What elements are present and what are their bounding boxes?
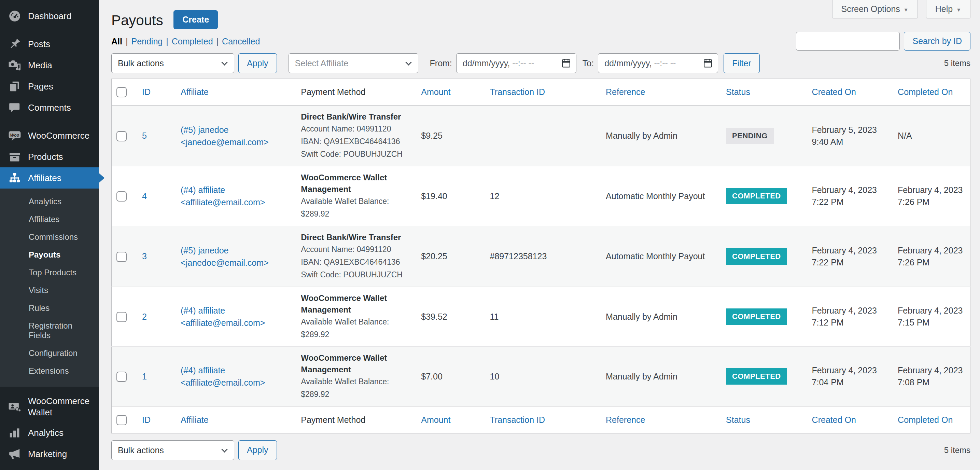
payout-id-link[interactable]: 3 (142, 252, 147, 261)
create-button[interactable]: Create (173, 10, 218, 29)
megaphone-icon (8, 448, 21, 460)
sidebar-item-pages[interactable]: Pages (0, 76, 99, 97)
view-cancelled[interactable]: Cancelled (222, 37, 260, 46)
row-checkbox[interactable] (116, 191, 127, 202)
help-toggle[interactable]: Help▼ (926, 0, 970, 18)
sort-id[interactable]: ID (142, 87, 151, 97)
payouts-table: ID Affiliate Payment Method Amount Trans… (111, 78, 970, 433)
sidebar-item-analytics[interactable]: Analytics (0, 422, 99, 443)
sort-completed-on[interactable]: Completed On (898, 415, 953, 425)
screen-options-toggle[interactable]: Screen Options▼ (832, 0, 918, 18)
affiliate-link[interactable]: (#4) affiliate<affiliate@email.com> (181, 364, 291, 389)
pushpin-icon (8, 38, 21, 51)
calendar-icon[interactable] (562, 58, 571, 68)
reference-cell: Manually by Admin (601, 287, 721, 347)
sort-transaction-id[interactable]: Transaction ID (490, 415, 545, 425)
view-pending[interactable]: Pending (131, 37, 162, 46)
affiliates-submenu: Analytics Affiliates Commissions Payouts… (0, 188, 99, 387)
items-count: 5 items (944, 58, 970, 68)
created-on-cell: February 5, 20239:40 AM (807, 105, 893, 166)
sidebar-item-comments[interactable]: Comments (0, 97, 99, 118)
completed-on-cell: February 4, 20237:15 PM (893, 287, 970, 347)
woocommerce-icon: Woo (8, 129, 21, 142)
sidebar-item-media[interactable]: Media (0, 55, 99, 76)
submenu-commissions[interactable]: Commissions (0, 228, 99, 246)
transaction-id-cell: 11 (485, 287, 601, 347)
submenu-registration-fields[interactable]: Registration Fields (0, 317, 99, 344)
submenu-configuration[interactable]: Configuration (0, 344, 99, 362)
submenu-extensions[interactable]: Extensions (0, 362, 99, 380)
view-all[interactable]: All (111, 37, 122, 46)
sort-status[interactable]: Status (726, 87, 750, 97)
network-icon (8, 172, 21, 185)
amount-cell: $7.00 (416, 347, 485, 406)
search-input[interactable] (796, 32, 900, 51)
transaction-id-cell: 12 (485, 166, 601, 226)
view-completed[interactable]: Completed (172, 37, 213, 46)
select-all-checkbox[interactable] (116, 415, 127, 425)
created-on-cell: February 4, 20237:12 PM (807, 287, 893, 347)
table-row: 2 (#4) affiliate<affiliate@email.com> Wo… (112, 287, 970, 347)
submenu-analytics[interactable]: Analytics (0, 193, 99, 210)
submenu-payouts[interactable]: Payouts (0, 246, 99, 264)
from-date-input[interactable]: dd/mm/yyyy, --:-- -- (456, 53, 576, 73)
pages-icon (8, 80, 21, 93)
row-checkbox[interactable] (116, 372, 127, 382)
payout-id-link[interactable]: 2 (142, 312, 147, 322)
sidebar-item-dashboard[interactable]: Dashboard (0, 5, 99, 27)
submenu-top-products[interactable]: Top Products (0, 264, 99, 282)
sort-transaction-id[interactable]: Transaction ID (490, 87, 545, 97)
submenu-rules[interactable]: Rules (0, 299, 99, 317)
sort-created-on[interactable]: Created On (812, 87, 856, 97)
reference-cell: Automatic Monthly Payout (601, 166, 721, 226)
payment-method: Direct Bank/Wire Transfer (301, 111, 412, 123)
sidebar-item-woocommerce-wallet[interactable]: WooCommerce Wallet (0, 392, 99, 422)
payout-id-link[interactable]: 5 (142, 131, 147, 140)
row-checkbox[interactable] (116, 312, 127, 322)
sort-amount[interactable]: Amount (421, 87, 450, 97)
select-all-checkbox[interactable] (116, 87, 127, 97)
submenu-affiliates[interactable]: Affiliates (0, 210, 99, 228)
sidebar-item-marketing[interactable]: Marketing (0, 443, 99, 465)
chevron-down-icon: ▼ (904, 7, 908, 13)
apply-button-bottom[interactable]: Apply (238, 440, 277, 460)
sort-affiliate[interactable]: Affiliate (181, 415, 208, 425)
status-badge: COMPLETED (726, 188, 787, 204)
affiliate-link[interactable]: (#5) janedoe<janedoe@email.com> (181, 124, 291, 148)
sort-created-on[interactable]: Created On (812, 415, 856, 425)
sort-reference[interactable]: Reference (606, 415, 645, 425)
filter-button[interactable]: Filter (724, 53, 760, 73)
apply-button[interactable]: Apply (238, 53, 277, 73)
calendar-icon[interactable] (703, 58, 712, 68)
payout-id-link[interactable]: 1 (142, 372, 147, 381)
comment-icon (8, 101, 21, 114)
sort-reference[interactable]: Reference (606, 87, 645, 97)
col-payment-method: Payment Method (301, 415, 365, 425)
search-by-id-button[interactable]: Search by ID (904, 32, 970, 51)
sidebar-item-woocommerce[interactable]: Woo WooCommerce (0, 125, 99, 146)
sidebar-item-affiliates[interactable]: Affiliates (0, 167, 99, 188)
created-on-cell: February 4, 20237:22 PM (807, 226, 893, 287)
select-affiliate-dropdown[interactable]: Select Affiliate (288, 53, 418, 73)
row-checkbox[interactable] (116, 131, 127, 142)
affiliate-link[interactable]: (#4) affiliate<affiliate@email.com> (181, 304, 291, 329)
payout-id-link[interactable]: 4 (142, 191, 147, 201)
sort-amount[interactable]: Amount (421, 415, 450, 425)
bulk-actions-select[interactable]: Bulk actions (111, 53, 234, 73)
status-badge: PENDING (726, 128, 774, 144)
sort-affiliate[interactable]: Affiliate (181, 87, 208, 97)
row-checkbox[interactable] (116, 252, 127, 262)
sidebar-item-posts[interactable]: Posts (0, 33, 99, 55)
bar-chart-icon (8, 426, 21, 439)
table-row: 5 (#5) janedoe<janedoe@email.com> Direct… (112, 105, 970, 166)
to-date-input[interactable]: dd/mm/yyyy, --:-- -- (598, 53, 718, 73)
sort-completed-on[interactable]: Completed On (898, 87, 953, 97)
affiliate-link[interactable]: (#5) janedoe<janedoe@email.com> (181, 244, 291, 269)
sidebar-item-products[interactable]: Products (0, 146, 99, 167)
affiliate-link[interactable]: (#4) affiliate<affiliate@email.com> (181, 184, 291, 208)
sort-status[interactable]: Status (726, 415, 750, 425)
sort-id[interactable]: ID (142, 415, 151, 425)
submenu-visits[interactable]: Visits (0, 282, 99, 299)
created-on-cell: February 4, 20237:22 PM (807, 166, 893, 226)
bulk-actions-select-bottom[interactable]: Bulk actions (111, 440, 234, 460)
